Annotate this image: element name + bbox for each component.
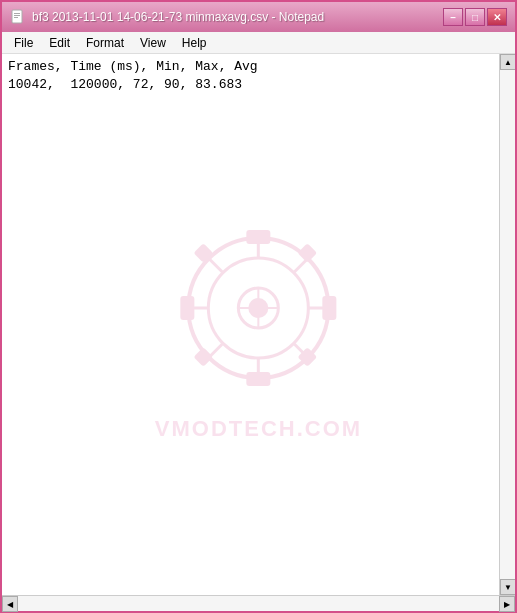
horizontal-scrollbar[interactable]: ◀ ▶ [2, 595, 515, 611]
svg-rect-1 [14, 13, 20, 14]
menu-bar: File Edit Format View Help [2, 32, 515, 54]
menu-format[interactable]: Format [78, 34, 132, 52]
menu-help[interactable]: Help [174, 34, 215, 52]
svg-rect-0 [12, 10, 22, 23]
scroll-up-button[interactable]: ▲ [500, 54, 515, 70]
notepad-window: bf3 2013-11-01 14-06-21-73 minmaxavg.csv… [0, 0, 517, 613]
minimize-button[interactable]: – [443, 8, 463, 26]
title-bar: bf3 2013-11-01 14-06-21-73 minmaxavg.csv… [2, 2, 515, 32]
svg-rect-2 [14, 15, 20, 16]
vertical-scrollbar[interactable]: ▲ ▼ [499, 54, 515, 595]
scroll-right-button[interactable]: ▶ [499, 596, 515, 612]
scroll-left-button[interactable]: ◀ [2, 596, 18, 612]
scroll-track-v[interactable] [500, 70, 515, 579]
svg-rect-3 [14, 17, 18, 18]
text-editor[interactable]: Frames, Time (ms), Min, Max, Avg 10042, … [2, 54, 499, 595]
scroll-down-button[interactable]: ▼ [500, 579, 515, 595]
close-button[interactable]: ✕ [487, 8, 507, 26]
menu-file[interactable]: File [6, 34, 41, 52]
text-line2: 10042, 120000, 72, 90, 83.683 [8, 77, 242, 92]
window-controls: – □ ✕ [443, 8, 507, 26]
maximize-button[interactable]: □ [465, 8, 485, 26]
scroll-track-h[interactable] [18, 596, 499, 611]
menu-view[interactable]: View [132, 34, 174, 52]
window-title: bf3 2013-11-01 14-06-21-73 minmaxavg.csv… [32, 10, 443, 24]
content-area: Frames, Time (ms), Min, Max, Avg 10042, … [2, 54, 515, 595]
app-icon [10, 9, 26, 25]
text-line1: Frames, Time (ms), Min, Max, Avg [8, 59, 258, 74]
menu-edit[interactable]: Edit [41, 34, 78, 52]
